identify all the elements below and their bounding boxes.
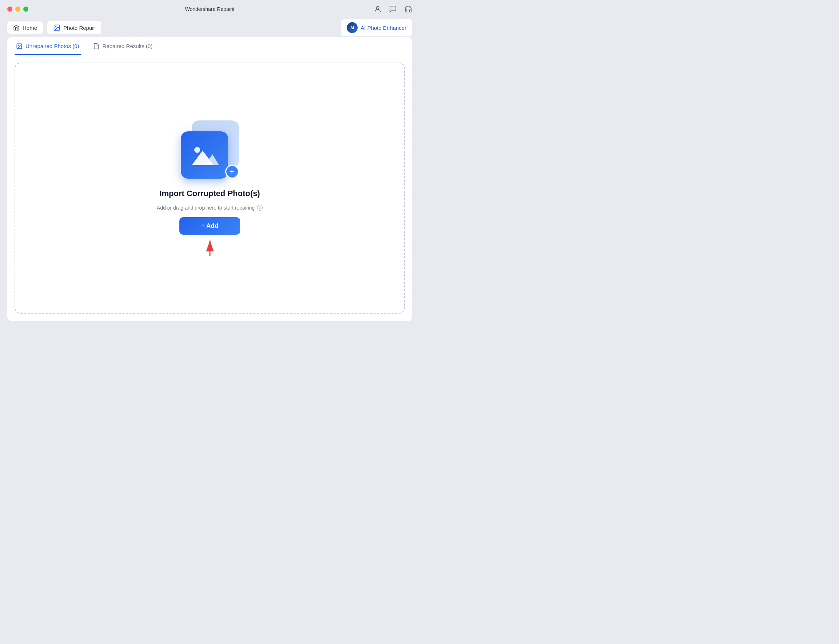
- chat-icon[interactable]: [389, 5, 397, 13]
- nav-bar: Home Photo Repair AI AI Photo Enhancer: [0, 18, 419, 37]
- svg-point-0: [376, 7, 379, 9]
- unrepaired-tab-icon: [16, 43, 23, 49]
- info-icon[interactable]: i: [257, 205, 263, 211]
- svg-point-2: [55, 26, 56, 27]
- home-button[interactable]: Home: [7, 21, 43, 34]
- import-title: Import Corrupted Photo(s): [159, 189, 260, 198]
- add-button[interactable]: + Add: [179, 217, 240, 235]
- close-button[interactable]: [7, 7, 12, 12]
- photo-repair-button[interactable]: Photo Repair: [47, 21, 101, 34]
- plus-circle: +: [225, 165, 239, 179]
- drop-zone[interactable]: + Import Corrupted Photo(s) Add or drag …: [15, 62, 405, 314]
- nav-left: Home Photo Repair: [7, 21, 101, 34]
- import-subtitle: Add or drag and drop here to start repai…: [157, 205, 263, 211]
- app-title: Wondershare Repairit: [185, 6, 235, 12]
- photo-icon-illustration: +: [181, 120, 239, 179]
- arrow-indicator: [203, 238, 217, 256]
- photo-repair-label: Photo Repair: [63, 25, 95, 31]
- main-container: Unrepaired Photos (0) Repaired Results (…: [7, 37, 412, 321]
- repaired-tab-icon: [93, 43, 100, 49]
- headset-icon[interactable]: [404, 5, 412, 13]
- photo-repair-icon: [53, 24, 61, 31]
- title-bar: Wondershare Repairit: [0, 0, 419, 18]
- nav-right: AI AI Photo Enhancer: [341, 19, 412, 36]
- svg-point-5: [194, 147, 200, 153]
- title-bar-icons: [374, 5, 412, 13]
- ai-enhancer-button[interactable]: AI AI Photo Enhancer: [341, 19, 412, 36]
- mountain-svg: [190, 143, 219, 167]
- unrepaired-tab-label: Unrepaired Photos (0): [25, 43, 79, 49]
- ai-enhancer-label: AI Photo Enhancer: [361, 25, 406, 31]
- repaired-tab-label: Repaired Results (0): [103, 43, 153, 49]
- account-icon[interactable]: [374, 5, 382, 13]
- tabs-bar: Unrepaired Photos (0) Repaired Results (…: [7, 37, 412, 55]
- tab-repaired[interactable]: Repaired Results (0): [92, 37, 154, 55]
- window-controls: [7, 7, 28, 12]
- photo-card-front: [181, 131, 228, 179]
- minimize-button[interactable]: [15, 7, 20, 12]
- maximize-button[interactable]: [23, 7, 28, 12]
- svg-point-4: [18, 45, 18, 46]
- tab-unrepaired[interactable]: Unrepaired Photos (0): [15, 37, 81, 55]
- home-icon: [13, 25, 20, 31]
- ai-badge: AI: [347, 22, 358, 33]
- red-arrow-svg: [203, 238, 217, 256]
- home-label: Home: [23, 25, 37, 31]
